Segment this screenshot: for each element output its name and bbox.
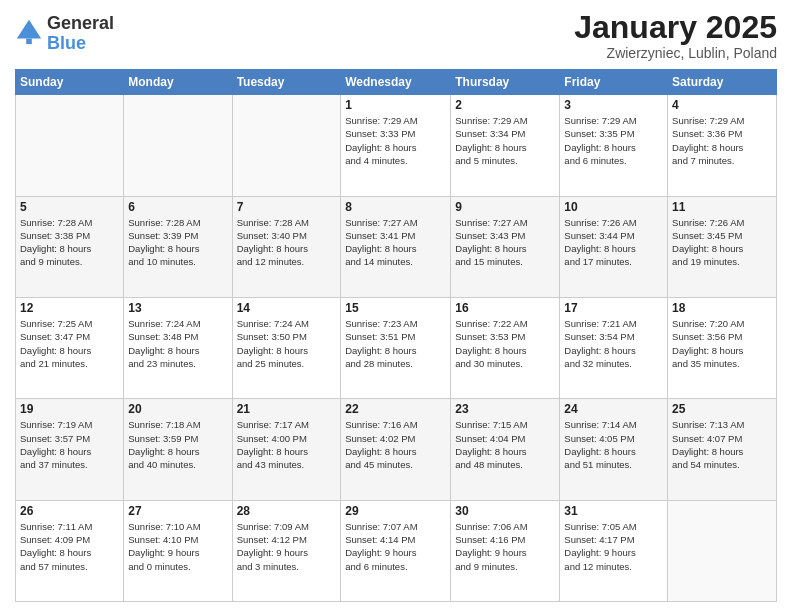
title-block: January 2025 Zwierzyniec, Lublin, Poland <box>574 10 777 61</box>
month-title: January 2025 <box>574 10 777 45</box>
day-number: 14 <box>237 301 337 315</box>
day-info: Sunrise: 7:10 AM Sunset: 4:10 PM Dayligh… <box>128 520 227 573</box>
page: General Blue January 2025 Zwierzyniec, L… <box>0 0 792 612</box>
calendar-cell: 26Sunrise: 7:11 AM Sunset: 4:09 PM Dayli… <box>16 500 124 601</box>
calendar-week-1: 1Sunrise: 7:29 AM Sunset: 3:33 PM Daylig… <box>16 95 777 196</box>
calendar-cell: 24Sunrise: 7:14 AM Sunset: 4:05 PM Dayli… <box>560 399 668 500</box>
day-info: Sunrise: 7:24 AM Sunset: 3:50 PM Dayligh… <box>237 317 337 370</box>
calendar-cell: 28Sunrise: 7:09 AM Sunset: 4:12 PM Dayli… <box>232 500 341 601</box>
col-sunday: Sunday <box>16 70 124 95</box>
col-monday: Monday <box>124 70 232 95</box>
day-info: Sunrise: 7:22 AM Sunset: 3:53 PM Dayligh… <box>455 317 555 370</box>
day-info: Sunrise: 7:25 AM Sunset: 3:47 PM Dayligh… <box>20 317 119 370</box>
day-number: 5 <box>20 200 119 214</box>
day-number: 2 <box>455 98 555 112</box>
logo-icon <box>15 18 43 46</box>
day-info: Sunrise: 7:29 AM Sunset: 3:36 PM Dayligh… <box>672 114 772 167</box>
day-info: Sunrise: 7:14 AM Sunset: 4:05 PM Dayligh… <box>564 418 663 471</box>
day-number: 8 <box>345 200 446 214</box>
calendar-cell: 21Sunrise: 7:17 AM Sunset: 4:00 PM Dayli… <box>232 399 341 500</box>
day-number: 10 <box>564 200 663 214</box>
svg-rect-1 <box>26 38 32 44</box>
col-friday: Friday <box>560 70 668 95</box>
day-info: Sunrise: 7:18 AM Sunset: 3:59 PM Dayligh… <box>128 418 227 471</box>
logo-general: General <box>47 14 114 34</box>
calendar-cell: 11Sunrise: 7:26 AM Sunset: 3:45 PM Dayli… <box>668 196 777 297</box>
day-number: 20 <box>128 402 227 416</box>
calendar-cell: 29Sunrise: 7:07 AM Sunset: 4:14 PM Dayli… <box>341 500 451 601</box>
day-number: 19 <box>20 402 119 416</box>
calendar-cell: 15Sunrise: 7:23 AM Sunset: 3:51 PM Dayli… <box>341 297 451 398</box>
calendar-cell: 12Sunrise: 7:25 AM Sunset: 3:47 PM Dayli… <box>16 297 124 398</box>
day-number: 23 <box>455 402 555 416</box>
header: General Blue January 2025 Zwierzyniec, L… <box>15 10 777 61</box>
logo-blue: Blue <box>47 34 114 54</box>
calendar-cell: 5Sunrise: 7:28 AM Sunset: 3:38 PM Daylig… <box>16 196 124 297</box>
calendar-cell: 2Sunrise: 7:29 AM Sunset: 3:34 PM Daylig… <box>451 95 560 196</box>
day-info: Sunrise: 7:29 AM Sunset: 3:35 PM Dayligh… <box>564 114 663 167</box>
day-number: 17 <box>564 301 663 315</box>
day-number: 12 <box>20 301 119 315</box>
day-info: Sunrise: 7:28 AM Sunset: 3:39 PM Dayligh… <box>128 216 227 269</box>
calendar-week-5: 26Sunrise: 7:11 AM Sunset: 4:09 PM Dayli… <box>16 500 777 601</box>
day-number: 15 <box>345 301 446 315</box>
calendar-cell: 3Sunrise: 7:29 AM Sunset: 3:35 PM Daylig… <box>560 95 668 196</box>
col-thursday: Thursday <box>451 70 560 95</box>
col-wednesday: Wednesday <box>341 70 451 95</box>
calendar-cell: 13Sunrise: 7:24 AM Sunset: 3:48 PM Dayli… <box>124 297 232 398</box>
day-info: Sunrise: 7:15 AM Sunset: 4:04 PM Dayligh… <box>455 418 555 471</box>
calendar-cell: 30Sunrise: 7:06 AM Sunset: 4:16 PM Dayli… <box>451 500 560 601</box>
day-number: 6 <box>128 200 227 214</box>
day-info: Sunrise: 7:26 AM Sunset: 3:44 PM Dayligh… <box>564 216 663 269</box>
day-info: Sunrise: 7:21 AM Sunset: 3:54 PM Dayligh… <box>564 317 663 370</box>
logo: General Blue <box>15 14 114 54</box>
day-number: 30 <box>455 504 555 518</box>
calendar-cell: 22Sunrise: 7:16 AM Sunset: 4:02 PM Dayli… <box>341 399 451 500</box>
day-number: 26 <box>20 504 119 518</box>
calendar-cell <box>124 95 232 196</box>
subtitle: Zwierzyniec, Lublin, Poland <box>574 45 777 61</box>
day-info: Sunrise: 7:28 AM Sunset: 3:40 PM Dayligh… <box>237 216 337 269</box>
calendar-cell: 25Sunrise: 7:13 AM Sunset: 4:07 PM Dayli… <box>668 399 777 500</box>
calendar-cell <box>16 95 124 196</box>
day-number: 22 <box>345 402 446 416</box>
calendar-cell: 17Sunrise: 7:21 AM Sunset: 3:54 PM Dayli… <box>560 297 668 398</box>
calendar-cell: 10Sunrise: 7:26 AM Sunset: 3:44 PM Dayli… <box>560 196 668 297</box>
day-info: Sunrise: 7:29 AM Sunset: 3:34 PM Dayligh… <box>455 114 555 167</box>
calendar-week-4: 19Sunrise: 7:19 AM Sunset: 3:57 PM Dayli… <box>16 399 777 500</box>
day-info: Sunrise: 7:16 AM Sunset: 4:02 PM Dayligh… <box>345 418 446 471</box>
day-number: 7 <box>237 200 337 214</box>
calendar-cell: 20Sunrise: 7:18 AM Sunset: 3:59 PM Dayli… <box>124 399 232 500</box>
day-number: 1 <box>345 98 446 112</box>
day-info: Sunrise: 7:11 AM Sunset: 4:09 PM Dayligh… <box>20 520 119 573</box>
day-info: Sunrise: 7:07 AM Sunset: 4:14 PM Dayligh… <box>345 520 446 573</box>
calendar-cell: 1Sunrise: 7:29 AM Sunset: 3:33 PM Daylig… <box>341 95 451 196</box>
calendar-week-3: 12Sunrise: 7:25 AM Sunset: 3:47 PM Dayli… <box>16 297 777 398</box>
calendar-cell: 23Sunrise: 7:15 AM Sunset: 4:04 PM Dayli… <box>451 399 560 500</box>
calendar-cell: 9Sunrise: 7:27 AM Sunset: 3:43 PM Daylig… <box>451 196 560 297</box>
svg-marker-0 <box>17 20 41 39</box>
day-number: 11 <box>672 200 772 214</box>
calendar-cell: 19Sunrise: 7:19 AM Sunset: 3:57 PM Dayli… <box>16 399 124 500</box>
calendar-header-row: Sunday Monday Tuesday Wednesday Thursday… <box>16 70 777 95</box>
day-info: Sunrise: 7:09 AM Sunset: 4:12 PM Dayligh… <box>237 520 337 573</box>
day-number: 3 <box>564 98 663 112</box>
day-number: 18 <box>672 301 772 315</box>
calendar: Sunday Monday Tuesday Wednesday Thursday… <box>15 69 777 602</box>
day-number: 4 <box>672 98 772 112</box>
calendar-cell: 14Sunrise: 7:24 AM Sunset: 3:50 PM Dayli… <box>232 297 341 398</box>
day-number: 28 <box>237 504 337 518</box>
calendar-week-2: 5Sunrise: 7:28 AM Sunset: 3:38 PM Daylig… <box>16 196 777 297</box>
calendar-cell <box>668 500 777 601</box>
day-info: Sunrise: 7:05 AM Sunset: 4:17 PM Dayligh… <box>564 520 663 573</box>
calendar-cell: 6Sunrise: 7:28 AM Sunset: 3:39 PM Daylig… <box>124 196 232 297</box>
day-number: 24 <box>564 402 663 416</box>
day-info: Sunrise: 7:13 AM Sunset: 4:07 PM Dayligh… <box>672 418 772 471</box>
day-info: Sunrise: 7:23 AM Sunset: 3:51 PM Dayligh… <box>345 317 446 370</box>
day-info: Sunrise: 7:17 AM Sunset: 4:00 PM Dayligh… <box>237 418 337 471</box>
day-number: 27 <box>128 504 227 518</box>
day-number: 16 <box>455 301 555 315</box>
day-number: 9 <box>455 200 555 214</box>
day-info: Sunrise: 7:27 AM Sunset: 3:43 PM Dayligh… <box>455 216 555 269</box>
calendar-cell: 27Sunrise: 7:10 AM Sunset: 4:10 PM Dayli… <box>124 500 232 601</box>
